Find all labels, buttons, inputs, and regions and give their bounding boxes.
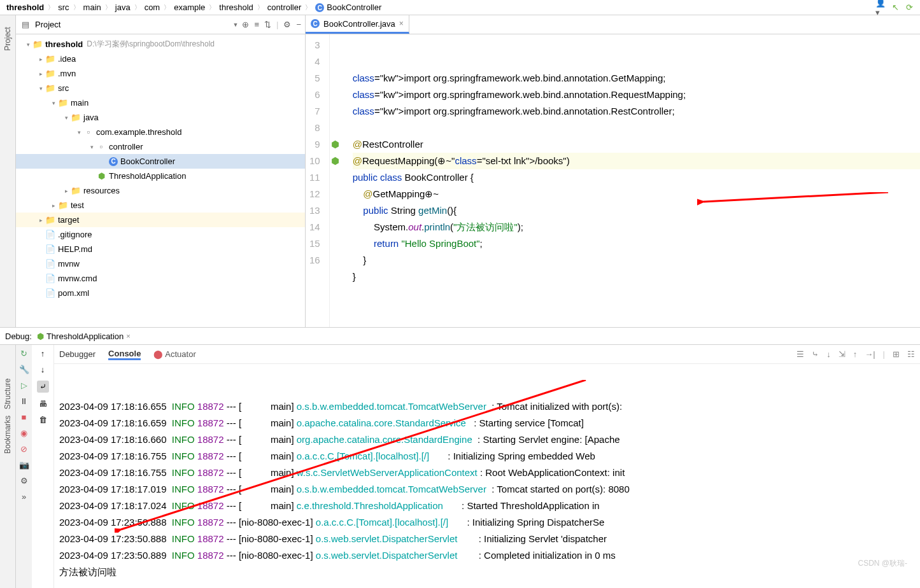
run-to-icon[interactable]: →| [865,349,875,359]
bookmarks-tool-tab[interactable]: Bookmarks [0,414,18,455]
back-icon[interactable]: ↖ [889,2,901,13]
pause-icon[interactable]: ⏸ [20,396,28,406]
watermark: CSDN @耿瑞- [858,558,907,569]
breadcrumb-item[interactable]: com [143,3,162,12]
file-icon: 📄 [45,230,55,240]
project-dropdown[interactable]: ▼ [233,22,239,28]
editor-tab[interactable]: C BookController.java × [306,15,409,34]
sb-icon: ⬢ [96,171,106,181]
tree-node[interactable]: 📄pom.xml [16,286,305,300]
tree-node[interactable]: ▾▫controller [16,139,305,154]
file-icon: 📄 [45,288,55,298]
breadcrumb-item[interactable]: threshold [218,3,254,12]
debug-header: Debug: ⬢ ThresholdApplication × [0,328,920,344]
class-icon: C [311,19,320,28]
eval-icon[interactable]: ⊞ [893,349,900,359]
folder-icon: 📁 [45,54,55,64]
tree-node[interactable]: 📄mvnw [16,256,305,271]
project-header: ▤ Project ▼ ⊕ ≡ ⇅ | ⚙ − [16,15,305,34]
structure-tool-tab[interactable]: Structure [0,377,18,411]
tree-node[interactable]: ▾📁java [16,110,305,125]
tree-node[interactable]: ⬢ThresholdApplication [16,169,305,183]
console-output[interactable]: 2023-04-09 17:18:16.655 INFO 18872 --- [… [54,364,920,588]
step-out-icon[interactable]: ↑ [853,349,858,359]
folder-icon: 📁 [71,186,81,196]
tree-node[interactable]: ▾📁src [16,81,305,95]
down-icon[interactable]: ↓ [41,365,45,374]
tree-node[interactable]: ▸📁test [16,198,305,213]
project-icon: ▤ [20,19,31,31]
breadcrumb-item[interactable]: CBookController [314,3,383,13]
file-icon: 📄 [45,259,55,269]
tab-console[interactable]: Console [108,349,141,360]
gear-icon[interactable]: ⚙ [20,476,28,486]
mute-bp-icon[interactable]: ⊘ [20,444,27,454]
folder-o-icon: 📁 [32,39,43,50]
tree-node[interactable]: ▸📁.idea [16,52,305,66]
tab-debugger[interactable]: Debugger [59,349,96,359]
breadcrumb-item[interactable]: controller [266,3,302,12]
tool-window-bar-left-lower: Structure Bookmarks [0,345,16,588]
up-icon[interactable]: ↑ [41,349,45,358]
sep: | [883,349,885,359]
project-panel: ▤ Project ▼ ⊕ ≡ ⇅ | ⚙ − ▾📁thresholdD:\学习… [16,15,306,327]
breadcrumb: threshold〉src〉main〉java〉com〉example〉thre… [0,0,920,15]
code-area[interactable]: 345678910111213141516 ⬢⬢ class="kw">impo… [306,34,920,327]
tree-node[interactable]: ▾📁main [16,95,305,110]
tree-node[interactable]: ▾▫com.example.threshold [16,125,305,139]
breadcrumb-item[interactable]: threshold [5,3,45,12]
breadcrumb-item[interactable]: main [82,3,103,12]
folder-o-icon: 📁 [45,215,55,225]
tab-actuator[interactable]: ⬤ Actuator [153,349,195,359]
tree-node[interactable]: 📄HELP.md [16,242,305,256]
tree-node[interactable]: ▸📁target [16,213,305,227]
editor: C BookController.java × 3456789101112131… [306,15,920,327]
expand-icon[interactable]: » [22,492,26,501]
tree-node[interactable]: ▸📁resources [16,183,305,198]
tree-node[interactable]: 📄mvnw.cmd [16,271,305,286]
align-icon[interactable]: ≡ [254,20,259,29]
tree-node[interactable]: 📄.gitignore [16,227,305,242]
debug-app[interactable]: ⬢ ThresholdApplication × [37,332,131,341]
file-icon: 📄 [45,244,55,255]
folder-icon: 📁 [71,113,81,123]
folder-icon: 📁 [58,98,68,108]
pkg-icon: ▫ [96,142,106,152]
gear-icon[interactable]: ⚙ [283,20,291,29]
step-into-icon[interactable]: ↓ [826,349,831,359]
tool-icon[interactable]: 🔧 [19,365,29,374]
step-over-icon[interactable]: ⤷ [812,349,819,359]
close-icon[interactable]: × [126,332,130,340]
tree-node[interactable]: ▸📁.mvn [16,66,305,81]
stop-icon[interactable]: ■ [22,412,27,422]
sort-icon[interactable]: ⇅ [264,20,271,29]
user-icon[interactable]: 👤▾ [875,2,887,13]
tree-node[interactable]: ▾📁thresholdD:\学习案例\springbootDom\thresho… [16,37,305,52]
editor-tabs: C BookController.java × [306,15,920,34]
breadcrumb-item[interactable]: src [57,3,70,12]
resume-icon[interactable]: ▷ [21,381,27,390]
rerun-icon[interactable]: ↻ [20,349,27,358]
tab-label: BookController.java [323,19,395,29]
breadcrumb-item[interactable]: example [173,3,206,12]
project-tool-tab[interactable]: Project [0,25,18,52]
folder-icon: 📁 [45,83,55,94]
project-title: Project [35,20,229,29]
threads-icon[interactable]: ☰ [796,349,804,359]
project-tree[interactable]: ▾📁thresholdD:\学习案例\springbootDom\thresho… [16,34,305,327]
sync-icon[interactable]: ⟳ [903,2,915,13]
camera-icon[interactable]: 📷 [19,460,29,470]
tree-node[interactable]: CBookController [16,154,305,169]
wrap-icon[interactable]: ⤶ [37,381,49,393]
view-bp-icon[interactable]: ◉ [20,428,27,438]
clear-icon[interactable]: 🗑 [39,415,47,424]
debug-tabs: Debugger Console ⬤ Actuator ☰ ⤷ ↓ ⇲ ↑ →|… [54,345,920,364]
collapse-icon[interactable]: − [296,20,301,29]
locate-icon[interactable]: ⊕ [242,20,249,29]
trace-icon[interactable]: ☷ [907,349,915,359]
print-icon[interactable]: 🖶 [39,399,47,409]
console-toolbar: ↑ ↓ ⤶ 🖶 🗑 [32,345,54,588]
close-icon[interactable]: × [399,19,404,28]
force-step-icon[interactable]: ⇲ [839,349,846,359]
breadcrumb-item[interactable]: java [114,3,132,12]
